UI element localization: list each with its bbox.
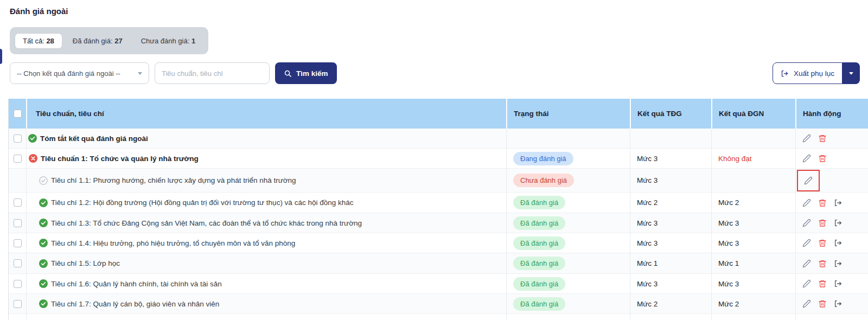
criteria-name: Tiêu chí 1.1: Phương hướng, chiến lược x… [51, 176, 296, 184]
result-filter-select-value: -- Chọn kết quả đánh giá ngoài -- [17, 69, 120, 78]
external-result-cell: Mức 2 [711, 193, 795, 213]
result-filter-select[interactable]: -- Chọn kết quả đánh giá ngoài -- [10, 62, 149, 84]
table-row-partial [9, 314, 868, 320]
edit-action-icon[interactable] [802, 279, 811, 288]
actions-cell [795, 314, 868, 320]
row-checkbox[interactable] [14, 239, 22, 247]
search-button[interactable]: Tìm kiếm [275, 62, 337, 84]
export-action-icon[interactable] [834, 239, 843, 247]
edit-action-icon[interactable] [802, 259, 811, 268]
row-checkbox[interactable] [14, 280, 22, 288]
edit-action-icon[interactable] [802, 299, 811, 308]
criteria-name-cell: Tiêu chí 1.3: Tổ chức Đảng Cộng sản Việt… [26, 213, 506, 233]
chevron-down-icon [849, 72, 853, 75]
criteria-name-cell: Tiêu chí 1.6: Quản lý hành chính, tài ch… [26, 274, 506, 293]
status-cell: Đã đánh giá [506, 233, 630, 253]
criteria-name: Tiêu chí 1.5: Lớp học [51, 259, 120, 267]
edit-action-icon[interactable] [804, 176, 813, 185]
status-badge: Đã đánh giá [513, 236, 565, 250]
delete-action-icon[interactable] [818, 279, 827, 288]
check-circle-green-icon [39, 219, 48, 227]
external-evaluation-page: Đánh giá ngoài Tất cả: 28 Đã đánh giá: 2… [0, 0, 868, 320]
criteria-name-cell: Tiêu chí 1.2: Hội đồng trường (Hội đồng … [26, 193, 506, 213]
side-widget-sliver[interactable] [0, 49, 2, 64]
delete-action-icon[interactable] [818, 154, 827, 163]
actions-cell [795, 294, 868, 313]
external-result-cell: Mức 3 [711, 274, 795, 293]
tab-evaluated-label: Đã đánh giá: [73, 37, 113, 45]
self-assessment-result-cell: Mức 3 [630, 274, 711, 293]
delete-action-icon[interactable] [818, 199, 827, 207]
export-options-dropdown-button[interactable] [843, 62, 860, 84]
row-checkbox[interactable] [14, 199, 22, 207]
row-checkbox-cell [9, 294, 26, 313]
row-checkbox[interactable] [14, 300, 22, 308]
tab-evaluated[interactable]: Đã đánh giá: 27 [65, 34, 130, 48]
status-badge: Đã đánh giá [513, 196, 565, 209]
self-assessment-result: Mức 2 [637, 300, 658, 308]
delete-action-icon[interactable] [818, 259, 827, 268]
row-checkbox[interactable] [14, 155, 22, 163]
chevron-down-icon [138, 72, 142, 75]
actions-cell [795, 253, 868, 273]
row-checkbox[interactable] [14, 219, 22, 227]
status-filter-tabs: Tất cả: 28 Đã đánh giá: 27 Chưa đánh giá… [10, 27, 208, 54]
self-assessment-result-cell: Mức 3 [630, 169, 711, 192]
delete-action-icon[interactable] [818, 299, 827, 308]
self-assessment-result-cell: Mức 2 [630, 193, 711, 213]
self-assessment-result: Mức 3 [637, 219, 658, 227]
column-header-criteria: Tiêu chuẩn, tiêu chí [26, 99, 506, 129]
external-result-cell: Mức 3 [711, 233, 795, 253]
criteria-name-cell: Tiêu chí 1.5: Lớp học [26, 253, 506, 273]
table-row: Tiêu chuẩn 1: Tổ chức và quản lý nhà trư… [9, 149, 868, 169]
edit-action-icon[interactable] [802, 219, 811, 227]
filter-bar: -- Chọn kết quả đánh giá ngoài -- Tìm ki… [10, 62, 860, 84]
actions-cell [795, 213, 868, 233]
table-row: Tiêu chí 1.6: Quản lý hành chính, tài ch… [9, 274, 868, 294]
export-action-icon[interactable] [834, 259, 843, 268]
external-result-cell: Mức 1 [711, 253, 795, 273]
self-assessment-result-cell [630, 129, 711, 148]
tab-not-evaluated[interactable]: Chưa đánh giá: 1 [133, 34, 203, 48]
self-assessment-result: Mức 3 [637, 280, 658, 288]
row-checkbox-cell [9, 129, 26, 148]
highlighted-edit-action[interactable] [797, 170, 820, 191]
delete-action-icon[interactable] [818, 134, 827, 143]
export-action-icon[interactable] [834, 299, 843, 308]
export-appendix-button[interactable]: Xuất phụ lục [773, 62, 843, 84]
table-row: Tóm tắt kết quả đánh giá ngoài [9, 129, 868, 149]
select-all-checkbox[interactable] [14, 110, 22, 118]
external-result-cell [711, 169, 795, 192]
delete-action-icon[interactable] [818, 219, 827, 227]
export-action-icon[interactable] [834, 279, 843, 288]
row-checkbox[interactable] [14, 259, 22, 267]
status-cell: Đã đánh giá [506, 294, 630, 313]
table-row: Tiêu chí 1.3: Tổ chức Đảng Cộng sản Việt… [9, 213, 868, 233]
check-circle-green-icon [28, 134, 37, 143]
triangle-down-icon[interactable] [26, 156, 27, 161]
external-result-cell: Không đạt [711, 149, 795, 168]
tab-evaluated-count: 27 [114, 37, 122, 45]
search-input[interactable] [155, 62, 270, 84]
self-assessment-result-cell: Mức 2 [630, 294, 711, 313]
edit-action-icon[interactable] [802, 199, 811, 207]
edit-action-icon[interactable] [802, 154, 811, 163]
table-row: Tiêu chí 1.5: Lớp họcĐã đánh giáMức 1Mức… [9, 253, 868, 274]
row-checkbox[interactable] [14, 135, 22, 143]
column-header-status: Trạng thái [506, 99, 630, 129]
criteria-name-cell: Tóm tắt kết quả đánh giá ngoài [26, 129, 506, 148]
tab-all[interactable]: Tất cả: 28 [15, 34, 62, 48]
criteria-name: Tiêu chí 1.6: Quản lý hành chính, tài ch… [51, 280, 222, 288]
table-row: Tiêu chí 1.1: Phương hướng, chiến lược x… [9, 169, 868, 193]
export-action-icon[interactable] [834, 219, 843, 227]
status-cell: Đã đánh giá [506, 274, 630, 293]
delete-action-icon[interactable] [818, 239, 827, 247]
edit-action-icon[interactable] [802, 134, 811, 143]
x-circle-red-icon [29, 154, 37, 163]
export-action-icon[interactable] [834, 199, 843, 207]
self-assessment-result: Mức 2 [637, 199, 658, 207]
actions-cell [795, 233, 868, 253]
external-result: Mức 3 [718, 219, 739, 227]
edit-action-icon[interactable] [802, 239, 811, 247]
self-assessment-result: Mức 3 [637, 239, 658, 247]
